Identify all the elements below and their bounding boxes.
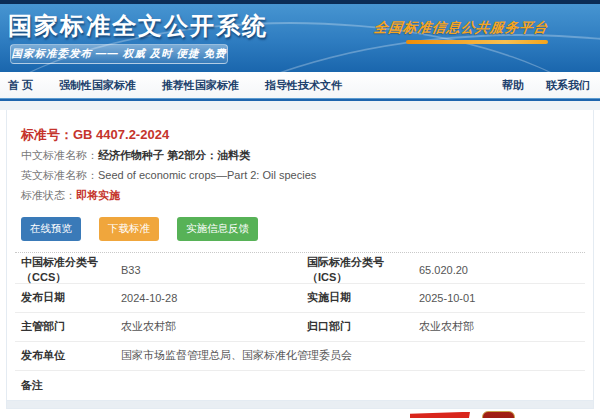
main-nav: 首 页 强制性国家标准 推荐性国家标准 指导性技术文件 帮助 联系我们 <box>0 72 600 98</box>
nav-item-help[interactable]: 帮助 <box>502 78 524 93</box>
remarks-label: 备注 <box>21 378 121 393</box>
implementation-feedback-button[interactable]: 实施信息反馈 <box>177 217 258 241</box>
en-name-label: 英文标准名称： <box>21 169 98 181</box>
cn-name-label: 中文标准名称： <box>21 149 98 161</box>
implement-date-label: 实施日期 <box>307 290 419 305</box>
site-header: 国家标准全文公开系统 国家标准委发布 —— 权威 及时 便捷 免费 全国标准信息… <box>0 4 600 72</box>
ics-label: 国际标准分类号（ICS） <box>307 255 419 285</box>
govsite-error-report-badge[interactable]: 政府网站 找错 <box>410 412 472 418</box>
nav-left: 首 页 强制性国家标准 推荐性国家标准 指导性技术文件 <box>8 78 342 93</box>
preview-online-button[interactable]: 在线预览 <box>21 217 81 241</box>
site-subtitle: 国家标准委发布 —— 权威 及时 便捷 免费 <box>10 44 228 64</box>
issuing-unit-label: 发布单位 <box>21 348 121 363</box>
nav-right: 帮助 联系我们 <box>502 78 592 93</box>
standard-detail-panel: 标准号：GB 4407.2-2024 中文标准名称：经济作物种子 第2部分：油料… <box>6 110 594 401</box>
standard-number-label: 标准号： <box>21 127 73 142</box>
publish-date-value: 2024-10-28 <box>121 292 307 304</box>
site-title: 国家标准全文公开系统 <box>8 10 268 42</box>
download-standard-button[interactable]: 下载标准 <box>99 217 159 241</box>
implement-date-value: 2025-10-01 <box>419 292 585 304</box>
ccs-label: 中国标准分类号（CCS） <box>21 255 121 285</box>
nav-item-guiding-documents[interactable]: 指导性技术文件 <box>265 78 342 93</box>
competent-dept-label: 主管部门 <box>21 319 121 334</box>
dotted-divider <box>15 252 585 253</box>
site-footer: 版权所有：国家市场监督管理总局 国家标准化管理委员会 京ICP备18022388… <box>0 409 600 418</box>
en-name-row: 英文标准名称：Seed of economic crops—Part 2: Oi… <box>21 168 585 184</box>
table-row: 备注 <box>15 371 585 400</box>
platform-underline <box>406 40 548 44</box>
table-row: 主管部门 农业农村部 归口部门 农业农村部 <box>15 313 585 342</box>
standard-info-table: 中国标准分类号（CCS） B33 国际标准分类号（ICS） 65.020.20 … <box>15 255 585 400</box>
status-label: 标准状态： <box>21 189 76 201</box>
table-row: 发布单位 国家市场监督管理总局、国家标准化管理委员会 <box>15 342 585 371</box>
table-row: 发布日期 2024-10-28 实施日期 2025-10-01 <box>15 284 585 313</box>
ccs-value: B33 <box>121 264 307 276</box>
ics-value: 65.020.20 <box>419 264 585 276</box>
centralized-dept-label: 归口部门 <box>307 319 419 334</box>
centralized-dept-value: 农业农村部 <box>419 319 585 334</box>
nav-item-home[interactable]: 首 页 <box>8 78 33 93</box>
nav-item-contact[interactable]: 联系我们 <box>546 78 590 93</box>
competent-dept-value: 农业农村部 <box>121 319 307 334</box>
publish-date-label: 发布日期 <box>21 290 121 305</box>
content-gap-band <box>0 101 600 110</box>
panel-bottom-band <box>6 401 594 409</box>
page: 国家标准全文公开系统 国家标准委发布 —— 权威 及时 便捷 免费 全国标准信息… <box>0 0 600 418</box>
action-buttons: 在线预览 下载标准 实施信息反馈 <box>21 217 585 241</box>
status-badge: 即将实施 <box>76 189 120 201</box>
cn-name-row: 中文标准名称：经济作物种子 第2部分：油料类 <box>21 148 585 164</box>
nav-item-mandatory-standards[interactable]: 强制性国家标准 <box>59 78 136 93</box>
nav-item-recommended-standards[interactable]: 推荐性国家标准 <box>162 78 239 93</box>
platform-banner: 全国标准信息公共服务平台 <box>374 18 548 44</box>
standard-number-value: GB 4407.2-2024 <box>73 127 169 142</box>
status-row: 标准状态：即将实施 <box>21 188 585 204</box>
cn-name-value: 经济作物种子 第2部分：油料类 <box>98 149 250 161</box>
standard-number-row: 标准号：GB 4407.2-2024 <box>21 126 585 144</box>
en-name-value: Seed of economic crops—Part 2: Oil speci… <box>98 169 316 181</box>
table-row: 中国标准分类号（CCS） B33 国际标准分类号（ICS） 65.020.20 <box>15 255 585 284</box>
error-report-flag: 政府网站 <box>410 412 470 418</box>
issuing-unit-value: 国家市场监督管理总局、国家标准化管理委员会 <box>121 348 585 363</box>
platform-banner-text: 全国标准信息公共服务平台 <box>373 19 550 37</box>
emblem-logo: ✦ <box>482 411 515 418</box>
